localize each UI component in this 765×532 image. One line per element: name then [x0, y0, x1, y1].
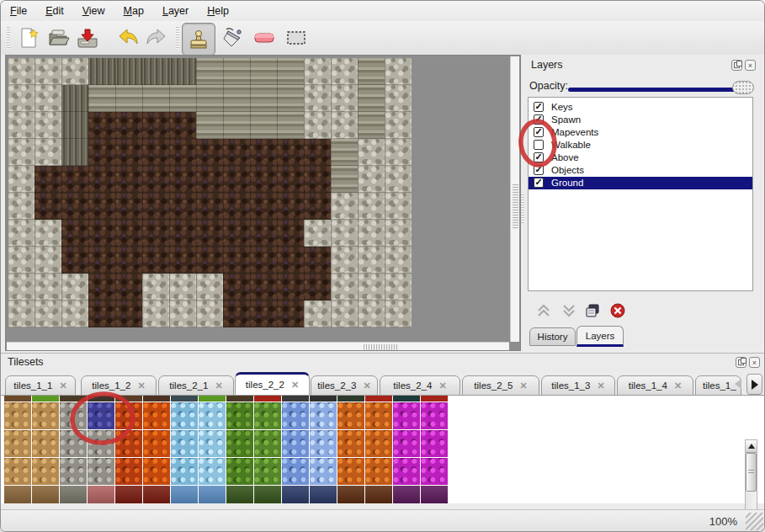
map-tile-light-rock[interactable] [35, 301, 61, 327]
layer-row-above[interactable]: ✓Above [529, 152, 752, 164]
map-tile-knit-cliff[interactable] [196, 112, 223, 139]
save-map-button[interactable] [75, 24, 100, 51]
map-tile-light-rock[interactable] [331, 301, 358, 327]
tileset-tile-partial[interactable] [4, 396, 31, 402]
map-tile-light-rock[interactable] [142, 301, 169, 327]
float-panel-icon[interactable] [731, 60, 742, 71]
toolbar-grip[interactable] [176, 27, 179, 49]
map-tile-light-rock[interactable] [358, 247, 385, 274]
map-tile-dirt-floor[interactable] [304, 274, 331, 301]
map-tile-light-rock[interactable] [304, 301, 331, 327]
map-tile-light-rock[interactable] [331, 274, 358, 301]
tileset-tile-ice[interactable] [171, 458, 198, 485]
map-tile-dirt-floor[interactable] [88, 274, 115, 301]
map-tile-dirt-floor[interactable] [277, 247, 304, 274]
map-tile-light-rock[interactable] [61, 301, 88, 327]
tileset-tile-ice[interactable] [199, 458, 226, 485]
layer-row-objects[interactable]: ✓Objects [529, 164, 752, 177]
tileset-tile-partial[interactable] [32, 486, 59, 503]
tileset-tile-partial[interactable] [365, 396, 392, 402]
close-panel-icon[interactable]: × [749, 357, 760, 368]
map-tile-dark-cliff-face[interactable] [169, 58, 196, 85]
map-tile-light-rock[interactable] [385, 247, 412, 274]
map-tile-light-rock[interactable] [169, 274, 196, 301]
map-tile-dark-cliff-face[interactable] [88, 58, 115, 85]
map-tile-knit-cliff[interactable] [331, 166, 358, 193]
map-tile-dark-cliff-face[interactable] [61, 85, 88, 112]
tileset-tile-tan-pebbles[interactable] [4, 458, 31, 485]
map-tile-light-rock[interactable] [358, 220, 385, 247]
map-tile-dirt-floor[interactable] [277, 274, 304, 301]
map-tile-light-rock[interactable] [8, 85, 35, 112]
tileset-tile-partial[interactable] [60, 486, 87, 503]
tileset-tile-green-vines[interactable] [226, 458, 253, 485]
tileset-tile-magenta-scales[interactable] [393, 430, 420, 457]
map-tile-knit-cliff[interactable] [277, 58, 304, 85]
tileset-tile-tan-pebbles[interactable] [32, 402, 59, 429]
map-tile-light-rock[interactable] [331, 193, 358, 220]
tileset-tile-partial[interactable] [88, 396, 114, 402]
rect-select-tool-button[interactable] [284, 24, 309, 51]
tileset-tile-partial[interactable] [143, 396, 170, 402]
map-tile-dirt-floor[interactable] [250, 193, 277, 220]
tileset-tile-partial[interactable] [199, 486, 226, 503]
tileset-tile-tan-pebbles[interactable] [4, 430, 31, 457]
ground-visibility-checkbox[interactable]: ✓ [534, 178, 544, 188]
tileset-tile-orange-bubbles[interactable] [365, 402, 392, 429]
tab-close-icon[interactable]: ✕ [597, 380, 604, 391]
map-tile-light-rock[interactable] [304, 112, 331, 139]
tileset-tile-selected[interactable] [88, 402, 114, 429]
tileset-tile-tan-pebbles[interactable] [32, 458, 59, 485]
open-map-button[interactable] [46, 24, 72, 51]
move-layer-down-button[interactable] [560, 301, 578, 320]
tab-close-icon[interactable]: ✕ [137, 380, 145, 391]
tileset-tile-blue-crystal[interactable] [282, 430, 309, 457]
map-tile-dirt-floor[interactable] [115, 274, 142, 301]
map-tile-dirt-floor[interactable] [88, 166, 115, 193]
layer-row-keys[interactable]: ✓Keys [529, 101, 752, 114]
redo-button[interactable] [144, 24, 169, 51]
map-tile-knit-cliff[interactable] [358, 85, 385, 112]
map-tile-dirt-floor[interactable] [169, 112, 196, 139]
tileset-tile-magenta-scales[interactable] [421, 402, 448, 429]
tab-close-icon[interactable]: ✕ [438, 380, 446, 391]
tileset-tab-tiles_2_4[interactable]: tiles_2_4✕ [380, 375, 460, 396]
map-tile-light-rock[interactable] [35, 112, 61, 139]
map-tile-knit-cliff[interactable] [277, 85, 304, 112]
map-tile-dirt-floor[interactable] [61, 220, 88, 247]
map-tile-light-rock[interactable] [8, 274, 35, 301]
tileset-tile-orange-bubbles[interactable] [337, 458, 364, 485]
toolbar-grip[interactable] [7, 27, 10, 49]
tileset-tile-magenta-scales[interactable] [393, 402, 420, 429]
tileset-tile-partial[interactable] [88, 486, 114, 503]
map-tile-dirt-floor[interactable] [88, 193, 115, 220]
map-tile-dirt-floor[interactable] [277, 301, 304, 327]
map-tile-dirt-floor[interactable] [250, 301, 277, 327]
layer-row-walkable[interactable]: Walkable [529, 139, 752, 152]
map-tile-dirt-floor[interactable] [115, 247, 142, 274]
map-tile-light-rock[interactable] [385, 220, 412, 247]
map-tile-dirt-floor[interactable] [169, 220, 196, 247]
tab-close-icon[interactable]: ✕ [291, 380, 299, 391]
tileset-tile-tan-pebbles[interactable] [4, 402, 31, 429]
tileset-tab-tiles_1_1[interactable]: tiles_1_1✕ [5, 375, 76, 396]
tileset-tile-partial[interactable] [310, 396, 337, 402]
tileset-tile-partial[interactable] [115, 396, 142, 402]
map-tile-knit-cliff[interactable] [358, 58, 385, 85]
tileset-tile-lava-rock[interactable] [115, 430, 142, 457]
tileset-tile-gray-scales[interactable] [88, 430, 114, 457]
float-panel-icon[interactable] [736, 357, 746, 368]
menu-map[interactable]: Map [114, 1, 153, 21]
tileset-tile-partial[interactable] [421, 396, 448, 402]
menu-layer[interactable]: Layer [153, 1, 198, 21]
map-tile-knit-cliff[interactable] [223, 112, 250, 139]
map-tile-dirt-floor[interactable] [223, 193, 250, 220]
tileset-tile-partial[interactable] [171, 486, 198, 503]
map-tile-dirt-floor[interactable] [250, 139, 277, 166]
tileset-tile-partial[interactable] [4, 486, 31, 503]
above-visibility-checkbox[interactable]: ✓ [534, 152, 544, 162]
map-tile-dirt-floor[interactable] [35, 166, 61, 193]
map-tile-dirt-floor[interactable] [223, 220, 250, 247]
map-tile-dirt-floor[interactable] [88, 247, 115, 274]
move-layer-up-button[interactable] [534, 301, 553, 320]
